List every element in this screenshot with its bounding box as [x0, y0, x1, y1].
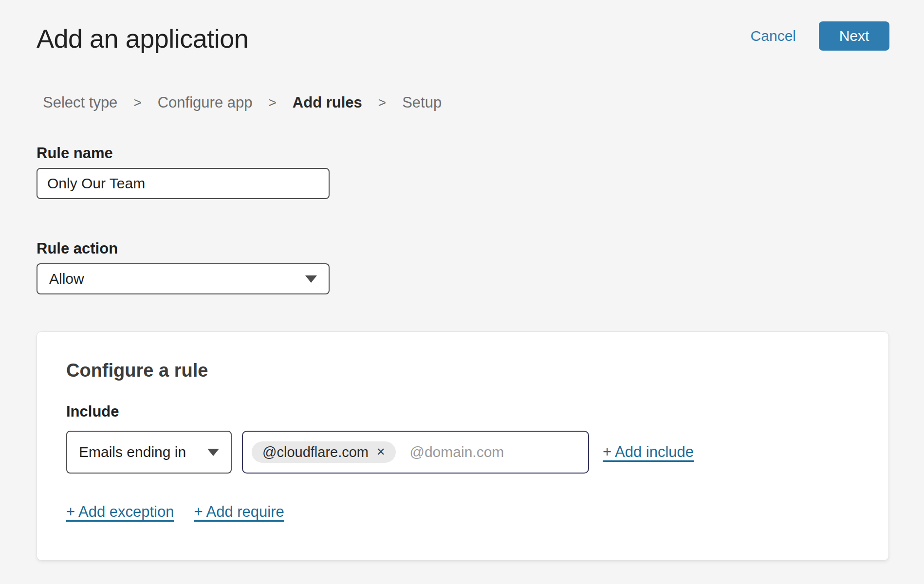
rule-name-label: Rule name [37, 145, 113, 162]
add-include-link[interactable]: + Add include [603, 443, 694, 461]
breadcrumb-step-setup[interactable]: Setup [402, 94, 442, 111]
rule-action-selected-value: Allow [49, 271, 84, 287]
breadcrumb-separator: > [268, 95, 276, 110]
add-exception-link[interactable]: + Add exception [66, 503, 174, 521]
rule-action-select[interactable]: Allow [37, 263, 330, 294]
rule-extra-actions: + Add exception + Add require [66, 503, 284, 521]
remove-tag-icon[interactable]: ✕ [376, 447, 385, 457]
email-domain-tag: @cloudflare.com ✕ [252, 441, 396, 463]
breadcrumb-step-configure-app[interactable]: Configure app [158, 94, 253, 111]
include-type-select[interactable]: Emails ending in [66, 431, 232, 474]
chevron-down-icon [207, 449, 219, 456]
email-domain-tag-input[interactable]: @cloudflare.com ✕ [242, 431, 589, 474]
breadcrumb: Select type > Configure app > Add rules … [43, 94, 442, 111]
email-domain-entry-input[interactable] [409, 444, 579, 460]
chevron-down-icon [305, 275, 317, 283]
include-type-selected-value: Emails ending in [79, 444, 186, 460]
cancel-button[interactable]: Cancel [751, 28, 796, 44]
card-title: Configure a rule [66, 360, 208, 381]
email-domain-tag-text: @cloudflare.com [262, 444, 369, 460]
configure-rule-card: Configure a rule Include Emails ending i… [37, 331, 889, 561]
page-title: Add an application [37, 23, 248, 54]
rule-action-label: Rule action [37, 240, 118, 257]
rule-name-input[interactable] [37, 168, 330, 199]
breadcrumb-step-select-type[interactable]: Select type [43, 94, 117, 111]
next-button[interactable]: Next [819, 21, 889, 51]
breadcrumb-step-add-rules[interactable]: Add rules [293, 94, 362, 111]
add-require-link[interactable]: + Add require [194, 503, 284, 521]
include-label: Include [66, 403, 119, 420]
breadcrumb-separator: > [378, 95, 386, 110]
include-rule-row: Emails ending in @cloudflare.com ✕ + Add… [66, 431, 694, 474]
breadcrumb-separator: > [133, 95, 141, 110]
header-actions: Cancel Next [751, 21, 889, 51]
add-application-page: Add an application Cancel Next Select ty… [0, 0, 924, 584]
